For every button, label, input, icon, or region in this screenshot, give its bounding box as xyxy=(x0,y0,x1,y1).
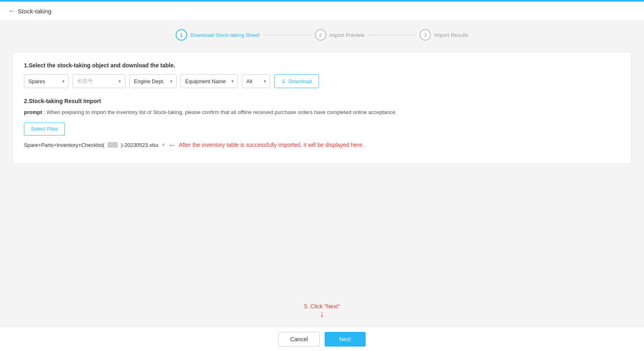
next-button[interactable]: Next xyxy=(325,332,366,347)
step-1-circle: 1 xyxy=(176,29,187,41)
prompt-label: prompt xyxy=(24,109,42,115)
step-3-circle: 3 xyxy=(420,29,431,41)
spares-dropdown[interactable]: Spares xyxy=(24,74,69,88)
download-button[interactable]: ⇓ Download xyxy=(274,74,319,88)
select-files-button[interactable]: Select Files xyxy=(24,123,65,136)
main-card: 1.Select the stock-taking object and dow… xyxy=(12,52,632,164)
download-label: Download xyxy=(289,78,312,84)
prompt-text: : When preparing to import the inventory… xyxy=(43,109,397,115)
all-dropdown[interactable]: All xyxy=(242,74,270,88)
step-2: 2 Import Preview xyxy=(315,29,365,41)
step-line-1 xyxy=(263,35,312,35)
page-title: Stock-taking xyxy=(18,8,52,15)
file-name-blurred xyxy=(108,142,118,148)
section1-title: 1.Select the stock-taking object and dow… xyxy=(24,62,620,69)
download-icon: ⇓ xyxy=(281,78,286,84)
chevron-down-icon-2: ▼ xyxy=(118,79,122,84)
back-button[interactable]: ← Stock-taking xyxy=(8,7,52,15)
dept-dropdown[interactable]: Engine Dept. xyxy=(129,74,177,88)
arrow-annotation: ← After the inventory table is successfu… xyxy=(168,140,364,150)
step-line-2 xyxy=(368,35,416,35)
footer: Cancel Next xyxy=(0,327,644,351)
file-close-button[interactable]: × xyxy=(162,142,165,148)
file-row: Spare+Parts+Inventory+Checklist( )-20230… xyxy=(24,140,620,150)
equipment-dropdown-wrapper[interactable]: Equipment Name ▼ xyxy=(181,74,238,88)
step-2-circle: 2 xyxy=(315,29,326,41)
step-2-label: Import Preview xyxy=(330,32,365,38)
header: ← Stock-taking xyxy=(0,2,644,21)
red-arrow-icon: ← xyxy=(168,140,177,150)
dept-dropdown-wrapper[interactable]: Engine Dept. ▼ xyxy=(129,74,177,88)
step-3: 3 Import Results xyxy=(420,29,468,41)
stepper: 1 Download Stock-taking Sheet 2 Import P… xyxy=(12,29,632,41)
back-arrow-icon: ← xyxy=(8,7,15,15)
step-1-label: Download Stock-taking Sheet xyxy=(190,32,260,38)
file-name-suffix: )-20230523.xlsx xyxy=(121,142,159,148)
file-name-prefix: Spare+Parts+Inventory+Checklist( xyxy=(24,142,104,148)
filter-row: Spares ▼ 长胜号 ▼ Engine Dept. ▼ Equipment … xyxy=(24,74,620,88)
main-content: 1 Download Stock-taking Sheet 2 Import P… xyxy=(0,21,644,327)
step-1: 1 Download Stock-taking Sheet xyxy=(176,29,260,41)
prompt-row: prompt : When preparing to import the in… xyxy=(24,108,620,117)
spares-dropdown-wrapper[interactable]: Spares ▼ xyxy=(24,74,69,88)
section2-title: 2.Stock-taking Result Import xyxy=(24,98,620,104)
equipment-dropdown[interactable]: Equipment Name xyxy=(181,74,238,88)
step-3-label: Import Results xyxy=(434,32,468,38)
vessel-dropdown[interactable]: 长胜号 ▼ xyxy=(73,74,125,88)
cancel-button[interactable]: Cancel xyxy=(278,332,320,347)
vessel-placeholder: 长胜号 xyxy=(77,78,93,85)
all-dropdown-wrapper[interactable]: All ▼ xyxy=(242,74,270,88)
annotation-text: After the inventory table is successfull… xyxy=(179,142,364,148)
